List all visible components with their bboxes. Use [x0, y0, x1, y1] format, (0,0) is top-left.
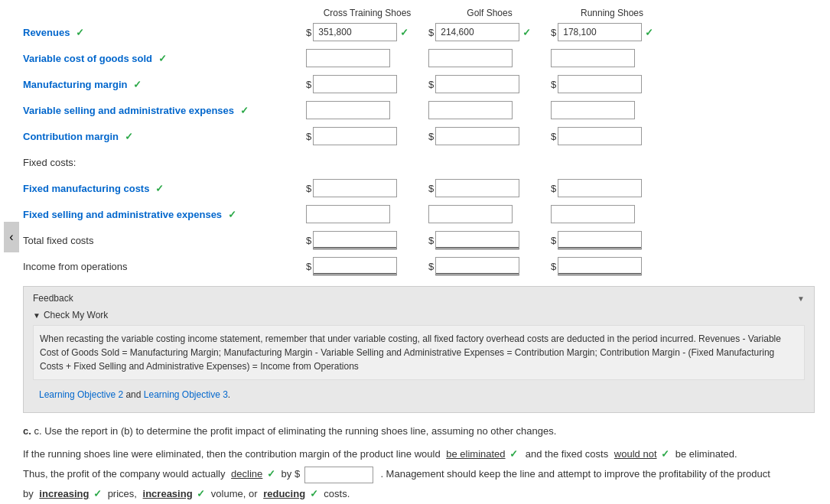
col-header-running: Running Shoes — [551, 8, 673, 18]
manufacturing-margin-col1: $ — [306, 75, 428, 93]
income-operations-col3-input[interactable] — [558, 257, 642, 275]
contribution-margin-check: ✓ — [125, 131, 133, 142]
manufacturing-margin-col2: $ — [428, 75, 551, 93]
income-operations-row: Income from operations $ $ $ — [23, 255, 815, 277]
total-fixed-col2-input[interactable] — [435, 231, 519, 249]
total-fixed-label: Total fixed costs — [23, 235, 306, 246]
fixed-costs-header-row: Fixed costs: — [23, 151, 815, 173]
fixed-manufacturing-col3: $ — [551, 179, 673, 197]
fixed-manufacturing-row: Fixed manufacturing costs ✓ $ $ $ — [23, 177, 815, 199]
variable-selling-check: ✓ — [240, 105, 249, 116]
part-c-sentence2: Thus, the profit of the company would ac… — [23, 464, 815, 484]
check-my-work-label: Check My Work — [33, 310, 805, 320]
contribution-margin-col3: $ — [551, 127, 673, 145]
fixed-selling-row: Fixed selling and administrative expense… — [23, 203, 815, 225]
contribution-margin-col1-input[interactable] — [313, 127, 397, 145]
answer4-check: ✓ — [93, 488, 102, 499]
feedback-dropdown-icon[interactable]: ▼ — [797, 294, 805, 303]
sentence1-post: be eliminated. — [675, 448, 737, 460]
sentence1-mid: and the fixed costs — [526, 448, 608, 460]
contribution-margin-label: Contribution margin ✓ — [23, 131, 306, 142]
answer5-text: increasing — [143, 488, 193, 499]
total-fixed-col1: $ — [306, 231, 428, 249]
revenues-col3-value[interactable]: 178,100 — [558, 23, 642, 41]
part-c-label: c. — [23, 425, 31, 437]
contribution-margin-col2-input[interactable] — [435, 127, 519, 145]
variable-cogs-col1 — [306, 49, 428, 67]
revenues-row: Revenues ✓ $ 351,800 ✓ $ 214,600 ✓ $ 178… — [23, 21, 815, 43]
prev-nav-button[interactable]: ‹ — [4, 222, 19, 252]
contribution-margin-row: Contribution margin ✓ $ $ $ — [23, 125, 815, 147]
revenues-col3: $ 178,100 ✓ — [551, 23, 673, 41]
variable-cogs-row: Variable cost of goods sold ✓ — [23, 47, 815, 69]
variable-selling-label: Variable selling and administrative expe… — [23, 105, 306, 116]
income-operations-label: Income from operations — [23, 261, 306, 272]
part-c-text: c. Use the report in (b) to determine th… — [34, 425, 556, 437]
fixed-manufacturing-col2-input[interactable] — [435, 179, 519, 197]
total-fixed-col2: $ — [428, 231, 551, 249]
fixed-selling-label: Fixed selling and administrative expense… — [23, 209, 306, 220]
revenues-label: Revenues ✓ — [23, 27, 306, 38]
answer1-text: be eliminated — [446, 448, 505, 460]
contribution-margin-col3-input[interactable] — [558, 127, 642, 145]
fixed-selling-col1-input[interactable] — [306, 205, 390, 223]
income-operations-col2: $ — [428, 257, 551, 275]
variable-selling-col1-input[interactable] — [306, 101, 390, 119]
revenues-col1: $ 351,800 ✓ — [306, 23, 428, 41]
fixed-selling-check: ✓ — [228, 209, 236, 220]
total-fixed-row: Total fixed costs $ $ $ — [23, 229, 815, 251]
total-fixed-col1-input[interactable] — [313, 231, 397, 249]
sentence3-end: costs. — [324, 488, 350, 499]
answer1-check: ✓ — [509, 448, 518, 460]
fixed-manufacturing-label: Fixed manufacturing costs ✓ — [23, 183, 306, 194]
income-operations-col3: $ — [551, 257, 673, 275]
fixed-manufacturing-col1: $ — [306, 179, 428, 197]
variable-cogs-col2-input[interactable] — [428, 49, 513, 67]
variable-cogs-col3-input[interactable] — [551, 49, 635, 67]
feedback-box: Feedback ▼ Check My Work When recasting … — [23, 286, 815, 413]
fixed-manufacturing-col2: $ — [428, 179, 551, 197]
variable-selling-col3-input[interactable] — [551, 101, 635, 119]
income-operations-col2-input[interactable] — [435, 257, 519, 275]
total-fixed-col3: $ — [551, 231, 673, 249]
sentence3-post: volume, or — [211, 488, 258, 499]
contribution-margin-col2: $ — [428, 127, 551, 145]
revenues-col2-check: ✓ — [522, 27, 531, 38]
learning-objective-3-link[interactable]: Learning Objective 3 — [144, 389, 228, 400]
variable-selling-col1 — [306, 101, 428, 119]
revenues-check: ✓ — [76, 27, 84, 38]
manufacturing-margin-check: ✓ — [133, 79, 142, 90]
variable-cogs-col2 — [428, 49, 551, 67]
revenues-col1-check: ✓ — [400, 27, 408, 38]
fixed-manufacturing-col1-input[interactable] — [313, 179, 397, 197]
manufacturing-margin-col1-input[interactable] — [313, 75, 397, 93]
learning-objective-2-link[interactable]: Learning Objective 2 — [39, 389, 123, 400]
answer3-text: decline — [231, 468, 262, 480]
column-headers: Cross Training Shoes Golf Shoes Running … — [306, 8, 815, 18]
income-operations-col1-input[interactable] — [313, 257, 397, 275]
total-fixed-col3-input[interactable] — [558, 231, 642, 249]
feedback-links: Learning Objective 2 and Learning Object… — [33, 386, 805, 403]
fixed-selling-col2 — [428, 205, 551, 223]
variable-selling-col2-input[interactable] — [428, 101, 513, 119]
sentence2-post: . Management should keep the line and at… — [380, 468, 770, 480]
part-c-section: c. c. Use the report in (b) to determine… — [23, 425, 815, 504]
income-operations-col1: $ — [306, 257, 428, 275]
answer5-check: ✓ — [197, 488, 205, 499]
fixed-manufacturing-col3-input[interactable] — [558, 179, 642, 197]
answer4-text: increasing — [39, 488, 89, 499]
and-separator: and — [125, 389, 143, 400]
variable-cogs-col1-input[interactable] — [306, 49, 390, 67]
sentence2-pre: Thus, the profit of the company would ac… — [23, 468, 225, 480]
revenues-col1-value[interactable]: 351,800 — [313, 23, 397, 41]
decline-amount-input[interactable] — [304, 467, 373, 483]
manufacturing-margin-col2-input[interactable] — [435, 75, 519, 93]
col-header-golf: Golf Shoes — [428, 8, 551, 18]
fixed-selling-col3-input[interactable] — [551, 205, 635, 223]
revenues-col2-value[interactable]: 214,600 — [435, 23, 519, 41]
answer6-text: reducing — [263, 488, 305, 499]
feedback-body: When recasting the variable costing inco… — [33, 325, 805, 380]
manufacturing-margin-col3-input[interactable] — [558, 75, 642, 93]
fixed-selling-col2-input[interactable] — [428, 205, 513, 223]
fixed-costs-label: Fixed costs: — [23, 157, 306, 168]
